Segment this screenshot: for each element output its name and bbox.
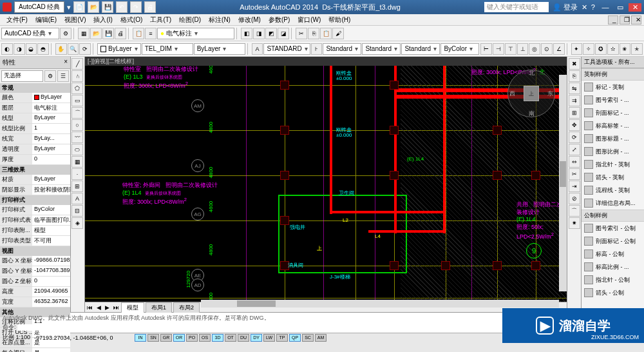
status-toggle-qp[interactable]: QP (289, 334, 301, 342)
props-section-header[interactable]: 三维效果 (0, 165, 70, 175)
plotstyle-dropdown[interactable]: ByColor (440, 43, 479, 55)
tb2-orbit-icon[interactable]: ⟳ (79, 43, 91, 55)
palette-item[interactable]: 标高 - 公制 (582, 248, 644, 260)
props-row[interactable]: 宽度46352.36762 (0, 297, 70, 308)
menu-tools[interactable]: 工具(T) (146, 15, 175, 24)
signin-link[interactable]: 👤 登录 (553, 3, 578, 12)
status-toggle-duc[interactable]: DU (238, 334, 249, 342)
draw-block-icon[interactable]: ⊞ (71, 181, 83, 192)
tb-cut-icon[interactable]: ✂ (296, 28, 307, 39)
palette-item[interactable]: 标记 - 英制 (582, 81, 644, 93)
dimstyle-dropdown[interactable]: Standard (323, 43, 361, 55)
canvas-hscrollbar[interactable] (201, 300, 559, 308)
props-row[interactable]: 圆心 Z 坐标0 (0, 277, 70, 287)
menu-file[interactable]: 文件(F) (3, 15, 32, 24)
draw-pline-icon[interactable]: ⑃ (71, 70, 83, 82)
modify-trim-icon[interactable]: ✂ (569, 168, 580, 180)
tablestyle-dropdown[interactable]: Standard (362, 43, 401, 55)
workspace-dropdown[interactable]: AutoCAD 经典 (14, 1, 64, 13)
tb-i1-icon[interactable]: ◧ (241, 28, 252, 39)
color-dropdown[interactable]: ByLayer (97, 43, 141, 55)
draw-rect-icon[interactable]: ▭ (71, 95, 83, 106)
tb-match-icon[interactable]: 🖌 (332, 28, 344, 39)
status-toggle-tpy[interactable]: TP (276, 334, 288, 342)
status-toggle-sna[interactable]: SN (147, 334, 159, 342)
pickadd-icon[interactable]: ☰ (57, 70, 69, 82)
tb2-dim7-icon[interactable]: ∠ (553, 43, 565, 55)
menu-window[interactable]: 窗口(W) (294, 15, 325, 24)
tb-i4-icon[interactable]: ◪ (278, 28, 289, 39)
status-toggle-sc[interactable]: SC (302, 334, 314, 342)
modify-copy-icon[interactable]: ⎘ (569, 70, 580, 82)
qat-save-icon[interactable]: 💾 (102, 1, 113, 13)
draw-point-icon[interactable]: · (71, 168, 83, 180)
tb2-dim3-icon[interactable]: ⊤ (505, 43, 516, 55)
tb2-zoom-icon[interactable]: 🔍 (68, 43, 79, 55)
palette-item[interactable]: 箭头 - 公制 (582, 286, 644, 299)
palette-item[interactable]: 详细信息布局... (582, 197, 644, 210)
tab-layout2[interactable]: 布局2 (173, 302, 200, 313)
quickselect-icon[interactable]: ⚙ (44, 70, 56, 82)
linetype-dropdown[interactable]: TEL_DIM (142, 43, 193, 55)
props-row[interactable]: 高度21094.49065 (0, 287, 70, 297)
tb-save-icon[interactable]: 💾 (102, 28, 114, 39)
modify-scale-icon[interactable]: ⤢ (569, 144, 580, 155)
lineweight-dropdown[interactable]: ByLayer (194, 43, 245, 55)
canvas-vscrollbar[interactable] (559, 75, 567, 291)
draw-text-icon[interactable]: A (71, 193, 83, 204)
mleaderstyle-dropdown[interactable]: Standard (401, 43, 440, 55)
workspace-selector[interactable]: AutoCAD 经典 (1, 28, 59, 39)
window-close-button[interactable]: ✕ (629, 3, 641, 12)
props-row[interactable]: 圆心 X 坐标-99866.07198 (0, 256, 70, 266)
props-row[interactable]: 图层电气标注 (0, 103, 70, 113)
qat-print-icon[interactable]: 🖨 (144, 1, 156, 13)
palette-item[interactable]: 指北针 - 公制 (582, 273, 644, 286)
props-section-header[interactable]: 视图 (0, 246, 70, 256)
tb2-d-icon[interactable]: ◓ (37, 43, 49, 55)
draw-hatch-icon[interactable]: ▦ (71, 156, 83, 168)
tab-nav-last-icon[interactable]: ⏭ (111, 304, 121, 311)
modify-fillet-icon[interactable]: ⌒ (569, 205, 580, 217)
props-row[interactable]: 透明度ByLayer (0, 144, 70, 155)
tb-i3-icon[interactable]: ◩ (265, 28, 277, 39)
tb-copy-icon[interactable]: ⎘ (308, 28, 319, 39)
layer-dropdown[interactable]: ● 电气标注 (157, 28, 234, 39)
tb2-m1-icon[interactable]: ✦ (571, 43, 583, 55)
props-row[interactable]: 每个视口...是 (0, 348, 70, 352)
tab-nav-first-icon[interactable]: ⏮ (85, 304, 95, 311)
props-row[interactable]: 线型比例1 (0, 124, 70, 134)
menu-format[interactable]: 格式(O) (117, 15, 146, 24)
status-toggle-am[interactable]: AM (315, 334, 327, 342)
tb-paste-icon[interactable]: 📋 (320, 28, 332, 39)
draw-table-icon[interactable]: ⊟ (71, 205, 83, 217)
status-toggle-dyn[interactable]: DY (251, 334, 262, 342)
tb-layer-props-icon[interactable]: ≡ (145, 28, 156, 39)
menu-modify[interactable]: 修改(M) (234, 15, 265, 24)
tb2-m4-icon[interactable]: ✫ (607, 43, 619, 55)
draw-line-icon[interactable]: ╱ (71, 58, 83, 70)
modify-rotate-icon[interactable]: ⟳ (569, 132, 580, 143)
props-row[interactable]: 颜色ByLayer (0, 93, 70, 103)
draw-polygon-icon[interactable]: ⬠ (71, 83, 83, 94)
palette-item[interactable]: 图号索引 - 公制 (582, 222, 644, 235)
tb2-m3-icon[interactable]: ✪ (595, 43, 607, 55)
palette-item[interactable]: 指北针 - 英制 (582, 158, 644, 171)
tb2-dim1-icon[interactable]: ⊢ (480, 43, 492, 55)
tb-gear-icon[interactable]: ⚙ (60, 28, 71, 39)
menu-dim[interactable]: 标注(N) (205, 15, 234, 24)
modify-offset-icon[interactable]: ⇉ (569, 95, 580, 106)
help-search-input[interactable]: 键入关键字或短语 (484, 2, 549, 12)
status-toggle-otr[interactable]: OT (225, 334, 236, 342)
tb2-c-icon[interactable]: ◒ (26, 43, 37, 55)
tb-layer-states-icon[interactable]: 📋 (133, 28, 144, 39)
draw-circle-icon[interactable]: ○ (71, 119, 83, 131)
status-toggle-gri[interactable]: GR (160, 334, 172, 342)
tab-model[interactable]: 模型 (121, 302, 144, 313)
doc-close-button[interactable]: ✕ (631, 15, 641, 24)
props-row[interactable]: 打印样式ByColor (0, 205, 70, 215)
props-section-header[interactable]: 常规 (0, 83, 70, 93)
tb2-text-icon[interactable]: A (252, 43, 263, 55)
tab-nav-prev-icon[interactable]: ◀ (95, 304, 103, 311)
qat-redo-icon[interactable]: ↷ (130, 1, 142, 13)
status-toggle-ort[interactable]: OR (173, 334, 185, 342)
